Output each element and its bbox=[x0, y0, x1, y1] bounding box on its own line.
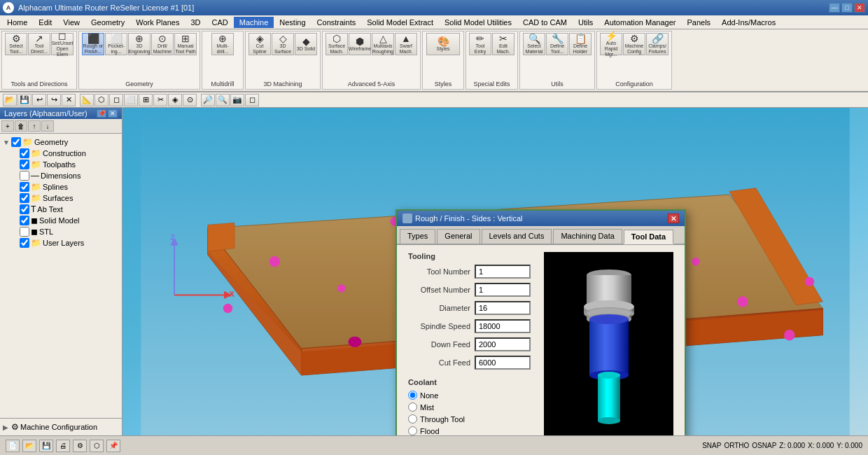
status-grid-button[interactable]: ⬡ bbox=[90, 440, 104, 452]
menu-constraints[interactable]: Constraints bbox=[312, 17, 362, 28]
tree-item-splines[interactable]: 📁 Splines bbox=[3, 181, 119, 192]
cut-feed-input[interactable] bbox=[475, 356, 531, 370]
tree-check-toolpaths[interactable] bbox=[20, 160, 29, 169]
3d-surface-button[interactable]: ◇ 3D Surface bbox=[272, 33, 294, 55]
measure-button[interactable]: ◈ bbox=[168, 94, 182, 106]
select-tool-button[interactable]: ⚙ SelectTool... bbox=[5, 33, 27, 55]
view-3d-button[interactable]: ⬜ bbox=[124, 94, 138, 106]
tree-item-toolpaths[interactable]: 📁 Toolpaths bbox=[3, 159, 119, 170]
zoom-in-button[interactable]: 🔎 bbox=[201, 94, 215, 106]
menu-solid-model-utilities[interactable]: Solid Model Utilities bbox=[439, 17, 517, 28]
tree-check-dimensions[interactable] bbox=[20, 171, 29, 181]
window-button[interactable]: ◻ bbox=[245, 94, 259, 106]
view-2d-button[interactable]: ◻ bbox=[109, 94, 123, 106]
menu-workplanes[interactable]: Work Planes bbox=[130, 17, 185, 28]
tree-item-solidmodel[interactable]: ◼ Solid Model bbox=[3, 215, 119, 226]
screenshot-button[interactable]: 📷 bbox=[230, 94, 244, 106]
menu-utils[interactable]: Utils bbox=[573, 17, 598, 28]
clamps-fixtures-button[interactable]: 🔗 Clamps/Fixtures bbox=[646, 33, 668, 55]
tree-item-userlayers[interactable]: 📁 User Layers bbox=[3, 237, 119, 248]
swarf-machining-button[interactable]: ▲ SwarfMach. bbox=[395, 33, 417, 55]
status-print-button[interactable]: 🖨 bbox=[56, 440, 70, 452]
panel-pin-button[interactable]: 📌 bbox=[97, 109, 106, 118]
tab-levels-cuts[interactable]: Levels and Cuts bbox=[482, 229, 552, 244]
status-snap-button[interactable]: 📌 bbox=[106, 440, 120, 452]
manual-tool-path-button[interactable]: ⊞ ManualTool Path bbox=[174, 33, 197, 55]
snap-button[interactable]: 📐 bbox=[80, 94, 94, 106]
tree-check-stl[interactable] bbox=[20, 227, 29, 237]
viewport[interactable]: Z X Rough / Finis bbox=[122, 108, 868, 435]
up-layer-button[interactable]: ↑ bbox=[28, 120, 41, 132]
menu-addins[interactable]: Add-Ins/Macros bbox=[716, 17, 781, 28]
tree-item-stl[interactable]: ◼ STL bbox=[3, 226, 119, 237]
pocketing-button[interactable]: ⬜ Pocket-ing... bbox=[105, 33, 127, 55]
cancel-button[interactable]: ✕ bbox=[62, 94, 76, 106]
menu-solid-model-extract[interactable]: Solid Model Extract bbox=[361, 17, 439, 28]
machine-config-button[interactable]: ⚙ MachineConfig bbox=[623, 33, 645, 55]
cut-spline-button[interactable]: ◈ Cut Spline bbox=[248, 33, 271, 55]
trim-button[interactable]: ✂ bbox=[153, 94, 167, 106]
close-button[interactable]: ✕ bbox=[854, 3, 865, 13]
tab-types[interactable]: Types bbox=[400, 229, 435, 244]
minimize-button[interactable]: — bbox=[829, 3, 840, 13]
machine-expand[interactable]: ▶ bbox=[3, 424, 11, 431]
new-layer-button[interactable]: + bbox=[1, 120, 14, 132]
coolant-flood-radio[interactable] bbox=[408, 426, 417, 435]
spindle-speed-input[interactable] bbox=[475, 319, 531, 333]
edit-machining-button[interactable]: ✂ EditMach. bbox=[492, 33, 514, 55]
3d-engraving-button[interactable]: ⊕ 3DEngraving bbox=[128, 33, 150, 55]
menu-view[interactable]: View bbox=[57, 17, 85, 28]
tree-check-geometry[interactable] bbox=[11, 137, 21, 147]
tab-general[interactable]: General bbox=[437, 229, 479, 244]
select-material-button[interactable]: 🔍 SelectMaterial bbox=[523, 33, 545, 55]
wireframe-machining-button[interactable]: ⬢ Wireframe bbox=[349, 33, 371, 55]
tree-item-geometry[interactable]: ▼ 📁 Geometry bbox=[3, 136, 119, 148]
menu-cad-to-cam[interactable]: CAD to CAM bbox=[517, 17, 573, 28]
status-save-button[interactable]: 💾 bbox=[39, 440, 53, 452]
panel-close-button[interactable]: ✕ bbox=[108, 109, 118, 118]
maximize-button[interactable]: □ bbox=[841, 3, 853, 13]
machine-config-tree-item[interactable]: ▶ ⚙ Machine Configuration bbox=[3, 421, 119, 433]
coolant-mist-radio[interactable] bbox=[408, 402, 417, 412]
menu-geometry[interactable]: Geometry bbox=[85, 17, 130, 28]
menu-home[interactable]: Home bbox=[1, 17, 33, 28]
menu-panels[interactable]: Panels bbox=[681, 17, 716, 28]
tree-check-abtext[interactable] bbox=[20, 204, 29, 214]
delete-layer-button[interactable]: 🗑 bbox=[15, 120, 27, 132]
tab-tool-data[interactable]: Tool Data bbox=[624, 230, 673, 244]
tree-check-surfaces[interactable] bbox=[20, 193, 29, 203]
define-tool-button[interactable]: 🔧 DefineTool... bbox=[546, 33, 568, 55]
multidrill-button[interactable]: ⊕ Multi-drill... bbox=[211, 33, 234, 55]
dialog-close-button[interactable]: ✕ bbox=[668, 214, 679, 223]
menu-3d[interactable]: 3D bbox=[185, 17, 206, 28]
tree-check-construction[interactable] bbox=[20, 148, 29, 158]
status-open-button[interactable]: 📂 bbox=[22, 440, 36, 452]
tree-check-solidmodel[interactable] bbox=[20, 216, 29, 225]
status-config-button[interactable]: ⚙ bbox=[73, 440, 87, 452]
save-button[interactable]: 💾 bbox=[18, 94, 31, 106]
tool-directions-button[interactable]: ↗ ToolDirect... bbox=[28, 33, 50, 55]
tree-check-userlayers[interactable] bbox=[20, 238, 29, 248]
open-file-button[interactable]: 📂 bbox=[3, 94, 17, 106]
auto-rapid-button[interactable]: ⚡ Auto RapidMgr... bbox=[600, 33, 622, 55]
zoom-out-button[interactable]: 🔍 bbox=[216, 94, 230, 106]
define-holder-button[interactable]: 📋 DefineHolder bbox=[569, 33, 592, 55]
tree-expand-geometry[interactable]: ▼ bbox=[3, 139, 11, 146]
tree-item-abtext[interactable]: T Ab Text bbox=[3, 204, 119, 215]
3d-solid-button[interactable]: ◆ 3D Solid bbox=[295, 33, 317, 55]
tree-item-construction[interactable]: 📁 Construction bbox=[3, 148, 119, 159]
diameter-input[interactable] bbox=[475, 301, 531, 315]
surface-machining-button[interactable]: ⬡ SurfaceMach. bbox=[326, 33, 348, 55]
grid-button[interactable]: ⬡ bbox=[94, 94, 108, 106]
rough-finish-button[interactable]: ⬛ Rough orFinish... bbox=[82, 33, 104, 55]
menu-cad[interactable]: CAD bbox=[206, 17, 233, 28]
tree-item-dimensions[interactable]: — Dimensions bbox=[3, 170, 119, 181]
multiaxis-roughing-button[interactable]: △ MultiaxisRoughing bbox=[372, 33, 394, 55]
coolant-none-radio[interactable] bbox=[408, 391, 417, 400]
view-iso-button[interactable]: ⊞ bbox=[139, 94, 153, 106]
menu-automation[interactable]: Automation Manager bbox=[598, 17, 681, 28]
coolant-through-radio[interactable] bbox=[408, 414, 417, 424]
menu-edit[interactable]: Edit bbox=[33, 17, 57, 28]
tree-check-splines[interactable] bbox=[20, 182, 29, 192]
tree-item-surfaces[interactable]: 📁 Surfaces bbox=[3, 192, 119, 204]
